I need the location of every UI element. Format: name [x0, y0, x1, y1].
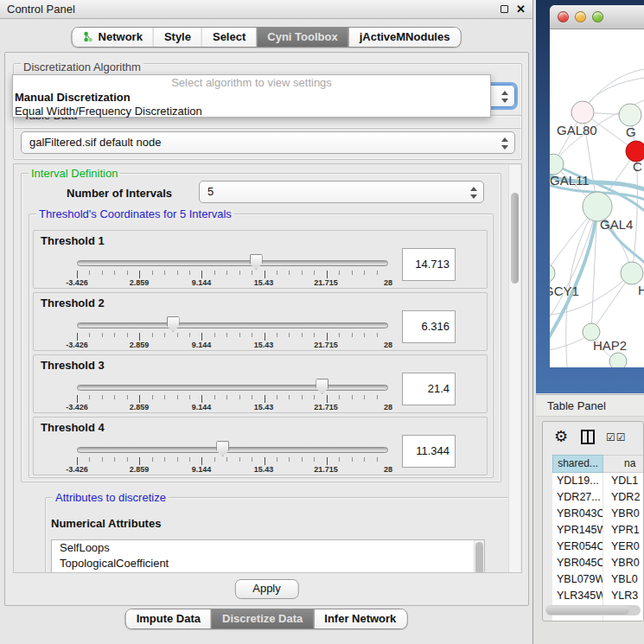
cell-name[interactable]: YPR1	[603, 522, 644, 539]
slider-track[interactable]	[77, 260, 388, 266]
network-node-gal80[interactable]	[571, 101, 594, 124]
tab-label: Network	[99, 30, 143, 43]
slider-track[interactable]	[77, 447, 388, 453]
right-region: GAL80GCGAL11GAL4GCY1HHAP2 Table Panel ⚙ …	[536, 0, 644, 644]
cell-shared-name[interactable]: YPR145W	[552, 522, 603, 539]
zoom-traffic-light-icon[interactable]	[592, 11, 603, 22]
algorithm-dropdown-popup: Select algorithm to view settings Manual…	[12, 74, 491, 118]
network-window-frame: GAL80GCGAL11GAL4GCY1HHAP2	[536, 0, 644, 393]
column-header-shared[interactable]: shared...	[552, 455, 603, 473]
tab-label: Style	[164, 30, 191, 43]
network-view-window: GAL80GCGAL11GAL4GCY1HHAP2	[550, 5, 644, 367]
table-row[interactable]: YBR043CYBR0	[552, 506, 644, 522]
thresholds-group-title: Threshold's Coordinates for 5 Intervals	[36, 207, 234, 220]
threshold-slider[interactable]: -3.4262.8599.14415.4321.71528	[77, 314, 388, 350]
cell-shared-name[interactable]: YDR27...	[552, 489, 603, 506]
tab-infer-network[interactable]: Infer Network	[313, 609, 406, 628]
slider-thumb[interactable]	[167, 316, 180, 332]
combobox-stepper-icon	[501, 137, 508, 150]
table-row[interactable]: YER054CYER0	[552, 539, 644, 555]
slider-thumb[interactable]	[216, 441, 229, 456]
table-row[interactable]: YBL079WYBL0	[552, 571, 644, 588]
cell-shared-name[interactable]: YBL079W	[552, 571, 603, 588]
slider-thumb[interactable]	[250, 254, 263, 270]
cell-shared-name[interactable]: YBR043C	[552, 506, 603, 522]
thresholds-group: Threshold's Coordinates for 5 Intervals …	[29, 214, 494, 478]
network-canvas[interactable]: GAL80GCGAL11GAL4GCY1HHAP2	[550, 29, 644, 367]
network-node-g[interactable]	[619, 104, 641, 126]
threshold-value-field[interactable]: 6.316	[402, 310, 456, 343]
tab-style[interactable]: Style	[153, 28, 201, 47]
apply-button[interactable]: Apply	[234, 579, 299, 599]
cell-name[interactable]: YBL0	[603, 571, 644, 588]
cell-name[interactable]: YBR0	[603, 506, 644, 522]
dropdown-item-manual[interactable]: Manual Discretization	[13, 91, 490, 105]
slider-scale-labels: -3.4262.8599.14415.4321.71528	[77, 465, 388, 474]
table-data-combobox[interactable]: galFiltered.sif default node	[21, 131, 515, 154]
cell-name[interactable]: YLR3	[603, 588, 644, 604]
table-row[interactable]: YPR145WYPR1	[552, 522, 644, 539]
dropdown-prompt: Select algorithm to view settings	[13, 75, 490, 91]
num-intervals-value: 5	[207, 185, 214, 198]
threshold-value-field[interactable]: 11.344	[402, 435, 456, 468]
slider-ticks	[77, 395, 389, 403]
table-horizontal-scrollbar[interactable]	[545, 605, 641, 615]
threshold-3-block: Threshold 3-3.4262.8599.14415.4321.71528…	[33, 354, 488, 413]
node-attribute-table[interactable]: shared... na YDL19...YDL1YDR27...YDR2YBR…	[552, 455, 644, 621]
cell-shared-name[interactable]: YDL19...	[552, 473, 603, 489]
tab-select[interactable]: Select	[201, 28, 256, 47]
table-row[interactable]: YLR345WYLR3	[552, 588, 644, 604]
slider-ticks	[77, 271, 389, 278]
slider-scale-labels: -3.4262.8599.14415.4321.71528	[77, 403, 388, 411]
slider-track[interactable]	[77, 385, 388, 391]
tab-cyni-toolbox[interactable]: Cyni Toolbox	[256, 28, 348, 47]
cell-shared-name[interactable]: YER054C	[552, 539, 603, 555]
cell-shared-name[interactable]: YLR345W	[552, 588, 603, 604]
column-header-name[interactable]: na	[603, 455, 644, 473]
tab-discretize-data[interactable]: Discretize Data	[211, 609, 313, 628]
threshold-value-field[interactable]: 21.4	[402, 373, 456, 405]
num-intervals-combobox[interactable]: 5	[199, 181, 484, 203]
tab-jactivemnodules[interactable]: jActiveMNodules	[348, 28, 461, 47]
table-row[interactable]: YDR27...YDR2	[552, 489, 644, 506]
threshold-slider[interactable]: -3.4262.8599.14415.4321.71528	[77, 252, 388, 288]
table-panel-title: Table Panel	[536, 394, 644, 417]
node-label: GAL11	[550, 173, 590, 188]
network-node[interactable]	[609, 353, 627, 367]
tab-label: Select	[213, 30, 245, 43]
cell-name[interactable]: YER0	[603, 539, 644, 555]
table-data-value: galFiltered.sif default node	[29, 136, 161, 149]
network-node-gal11[interactable]	[550, 154, 564, 175]
tab-network[interactable]: Network	[73, 28, 153, 47]
table-row[interactable]: YDL19...YDL1	[552, 473, 644, 489]
cell-shared-name[interactable]: YBR045C	[552, 555, 603, 571]
threshold-slider[interactable]: -3.4262.8599.14415.4321.71528	[77, 438, 388, 475]
attributes-list[interactable]: SelfLoopsTopologicalCoefficientBetweenne…	[51, 539, 485, 573]
network-node-h[interactable]	[621, 262, 643, 284]
gear-icon[interactable]: ⚙	[554, 427, 568, 446]
column-layout-icon[interactable]	[581, 430, 595, 444]
cell-name[interactable]: YDL1	[603, 473, 644, 489]
attribute-list-item[interactable]: SelfLoops	[52, 540, 484, 556]
slider-track[interactable]	[77, 322, 388, 328]
minimize-traffic-light-icon[interactable]	[575, 11, 586, 22]
cell-name[interactable]: YBR0	[603, 555, 644, 571]
list-scrollbar[interactable]	[474, 540, 484, 573]
close-traffic-light-icon[interactable]	[558, 11, 569, 22]
network-node-gcy1[interactable]	[550, 264, 555, 283]
float-window-icon[interactable]	[501, 5, 508, 13]
select-columns-icon[interactable]: ☑☑	[606, 431, 627, 443]
interval-definition-group: Interval Definition Number of Intervals …	[21, 173, 501, 482]
close-icon[interactable]: ✕	[516, 3, 526, 15]
tab-label: Impute Data	[137, 612, 201, 625]
attribute-list-item[interactable]: TopologicalCoefficient	[52, 556, 484, 571]
threshold-value-field[interactable]: 14.713	[402, 248, 456, 281]
settings-scrollbar[interactable]	[508, 165, 520, 573]
threshold-slider[interactable]: -3.4262.8599.14415.4321.71528	[77, 376, 388, 412]
cell-name[interactable]: YDR2	[603, 489, 644, 506]
slider-thumb[interactable]	[316, 379, 328, 394]
attribute-list-item[interactable]: BetweennessCentrality	[52, 571, 484, 573]
tab-impute-data[interactable]: Impute Data	[126, 609, 211, 628]
dropdown-item-equal-width[interactable]: Equal Width/Frequency Discretization	[13, 105, 490, 118]
table-row[interactable]: YBR045CYBR0	[552, 555, 644, 571]
